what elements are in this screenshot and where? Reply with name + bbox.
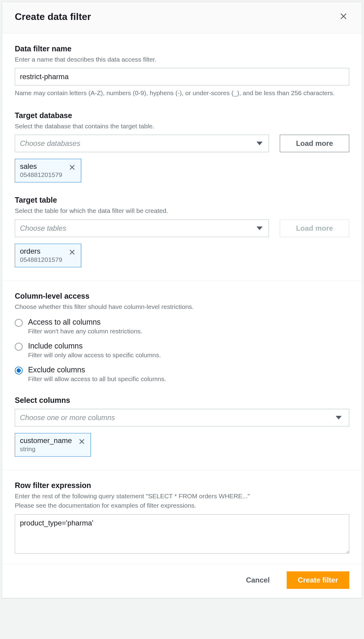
filter-name-label: Data filter name bbox=[15, 44, 349, 53]
radio-all-desc: Filter won't have any column restriction… bbox=[28, 328, 142, 335]
radio-exclude-columns[interactable]: Exclude columns Filter will allow access… bbox=[15, 365, 349, 383]
filter-name-input[interactable] bbox=[15, 68, 349, 85]
remove-column-button[interactable] bbox=[77, 437, 86, 447]
load-more-tables-button: Load more bbox=[280, 220, 349, 237]
target-database-placeholder: Choose databases bbox=[20, 139, 80, 148]
divider bbox=[2, 470, 362, 470]
target-table-select[interactable]: Choose tables bbox=[15, 220, 269, 237]
radio-include-columns[interactable]: Include columns Filter will only allow a… bbox=[15, 342, 349, 359]
target-table-placeholder: Choose tables bbox=[20, 224, 66, 233]
row-filter-label: Row filter expression bbox=[15, 481, 349, 490]
target-database-section: Target database Select the database that… bbox=[15, 111, 349, 182]
radio-icon bbox=[15, 343, 23, 351]
select-columns-dropdown[interactable]: Choose one or more columns bbox=[15, 409, 349, 426]
target-database-label: Target database bbox=[15, 111, 349, 120]
divider bbox=[2, 281, 362, 281]
radio-icon bbox=[15, 319, 23, 327]
selected-table-account: 054881201579 bbox=[20, 256, 62, 263]
radio-include-label: Include columns bbox=[28, 342, 161, 350]
close-icon bbox=[78, 438, 85, 445]
column-access-desc: Choose whether this filter should have c… bbox=[15, 302, 349, 311]
create-data-filter-modal: Create data filter Data filter name Ente… bbox=[2, 2, 362, 598]
load-more-databases-button[interactable]: Load more bbox=[280, 135, 349, 152]
radio-icon bbox=[15, 367, 23, 374]
filter-name-desc: Enter a name that describes this data ac… bbox=[15, 55, 349, 64]
radio-exclude-desc: Filter will allow access to all but spec… bbox=[28, 375, 166, 383]
radio-all-label: Access to all columns bbox=[28, 318, 142, 326]
close-icon bbox=[69, 249, 75, 255]
radio-all-columns[interactable]: Access to all columns Filter won't have … bbox=[15, 318, 349, 335]
create-filter-button[interactable]: Create filter bbox=[287, 571, 349, 589]
modal-header: Create data filter bbox=[2, 2, 362, 34]
select-columns-placeholder: Choose one or more columns bbox=[20, 413, 115, 422]
radio-exclude-label: Exclude columns bbox=[28, 365, 166, 374]
close-icon bbox=[340, 12, 347, 20]
selected-column-tag: customer_name string bbox=[15, 433, 91, 457]
close-button[interactable] bbox=[338, 11, 349, 23]
filter-name-section: Data filter name Enter a name that descr… bbox=[15, 44, 349, 98]
chevron-down-icon bbox=[257, 142, 263, 145]
row-filter-desc2: Please see the documentation for example… bbox=[15, 501, 349, 510]
chevron-down-icon bbox=[336, 416, 342, 419]
row-filter-section: Row filter expression Enter the rest of … bbox=[15, 481, 349, 555]
modal-title: Create data filter bbox=[15, 11, 91, 22]
close-icon bbox=[69, 164, 75, 171]
target-table-desc: Select the table for which the data filt… bbox=[15, 206, 349, 215]
selected-database-tag: sales 054881201579 bbox=[15, 159, 81, 182]
target-table-section: Target table Select the table for which … bbox=[15, 196, 349, 267]
remove-database-button[interactable] bbox=[68, 163, 77, 173]
selected-column-name: customer_name bbox=[20, 436, 72, 445]
chevron-down-icon bbox=[257, 226, 263, 230]
selected-table-name: orders bbox=[20, 247, 62, 255]
selected-database-account: 054881201579 bbox=[20, 171, 62, 178]
column-access-section: Column-level access Choose whether this … bbox=[15, 292, 349, 383]
modal-footer: Cancel Create filter bbox=[2, 564, 362, 598]
selected-table-tag: orders 054881201579 bbox=[15, 244, 81, 267]
filter-name-helper: Name may contain letters (A-Z), numbers … bbox=[15, 88, 349, 98]
radio-include-desc: Filter will only allow access to specifi… bbox=[28, 352, 161, 359]
remove-table-button[interactable] bbox=[68, 248, 77, 258]
column-access-label: Column-level access bbox=[15, 292, 349, 300]
selected-database-name: sales bbox=[20, 162, 62, 171]
target-database-select[interactable]: Choose databases bbox=[15, 135, 269, 152]
select-columns-label: Select columns bbox=[15, 396, 349, 405]
select-columns-section: Select columns Choose one or more column… bbox=[15, 396, 349, 457]
row-filter-desc1: Enter the rest of the following query st… bbox=[15, 492, 349, 500]
selected-column-type: string bbox=[20, 445, 72, 453]
target-database-desc: Select the database that contains the ta… bbox=[15, 122, 349, 130]
cancel-button[interactable]: Cancel bbox=[236, 571, 279, 589]
modal-body: Data filter name Enter a name that descr… bbox=[2, 34, 362, 564]
target-table-label: Target table bbox=[15, 196, 349, 204]
row-filter-textarea[interactable] bbox=[15, 514, 349, 554]
